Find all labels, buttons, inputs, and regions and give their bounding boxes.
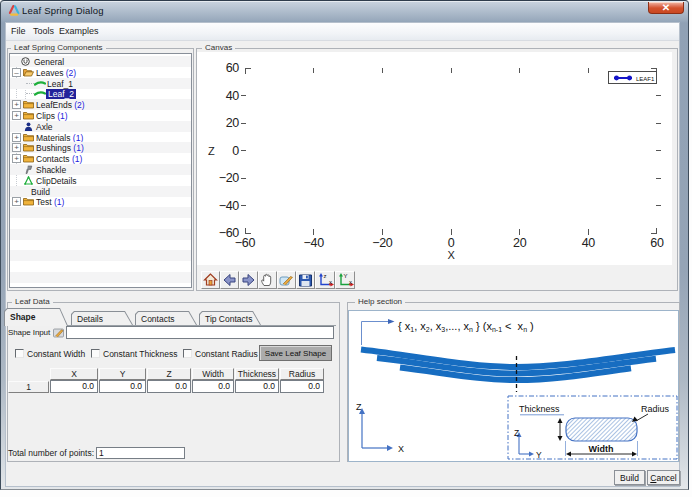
svg-text:x: x xyxy=(349,279,352,285)
svg-text:Z: Z xyxy=(514,428,519,438)
svg-text:Y: Y xyxy=(344,273,348,279)
svg-text:Z: Z xyxy=(356,402,362,412)
svg-text:Y: Y xyxy=(536,450,542,460)
svg-text:Width: Width xyxy=(589,444,614,454)
svg-text:X: X xyxy=(398,444,404,454)
svg-text:x: x xyxy=(329,279,332,285)
svg-text:{ x1, x2, x3,..., xn } (xn-1 <: { x1, x2, x3,..., xn } (xn-1 < xn ) xyxy=(398,320,534,333)
svg-text:Thickness: Thickness xyxy=(519,404,560,414)
svg-text:z: z xyxy=(324,273,327,279)
svg-text:Radius: Radius xyxy=(641,404,670,414)
